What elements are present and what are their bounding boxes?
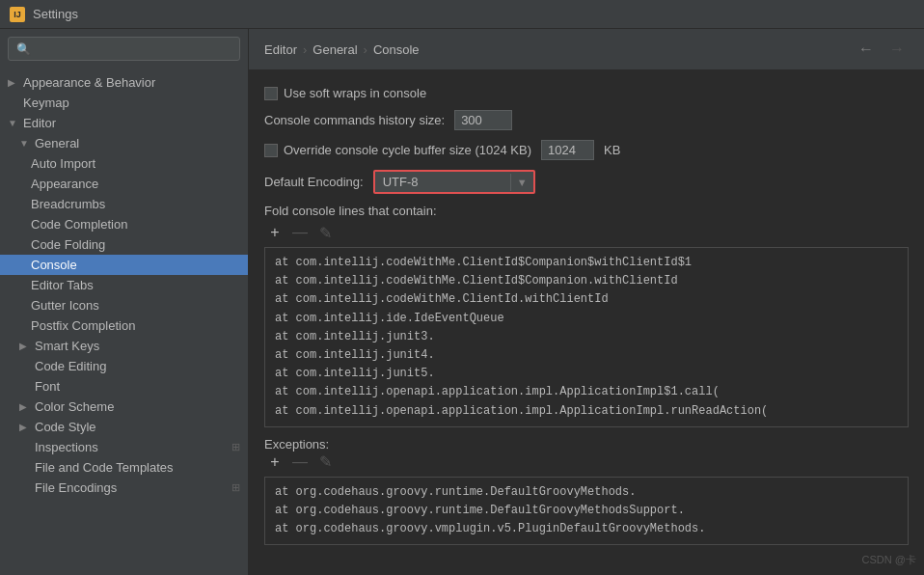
app-icon: IJ (10, 7, 25, 22)
search-input[interactable] (37, 41, 231, 56)
sidebar-item-font[interactable]: ▶ Font (0, 376, 248, 397)
exception-line-3: at org.codehaus.groovy.vmplugin.v5.Plugi… (275, 520, 898, 538)
panel-header: Editor › General › Console ← → (249, 29, 924, 70)
panel-nav: ← → (855, 39, 909, 60)
sidebar-item-editor[interactable]: ▼ Editor (0, 113, 248, 133)
fold-line-1: at com.intellij.codeWithMe.ClientId$Comp… (275, 254, 898, 272)
sidebar-item-file-encodings[interactable]: ▶ File Encodings ⊞ (0, 478, 248, 498)
exceptions-label: Exceptions: (264, 437, 909, 452)
breadcrumb-console: Console (373, 42, 420, 57)
sidebar-item-file-code-templates[interactable]: ▶ File and Code Templates (0, 457, 248, 478)
sidebar-item-gutter-icons[interactable]: Gutter Icons (0, 295, 248, 315)
breadcrumb: Editor › General › Console (264, 42, 420, 57)
sidebar-item-general[interactable]: ▼ General (0, 133, 248, 153)
fold-line-8: at com.intellij.openapi.application.impl… (275, 383, 898, 401)
fold-add-button[interactable]: + (264, 222, 285, 243)
forward-button[interactable]: → (885, 39, 909, 60)
window-title: Settings (33, 7, 78, 21)
sidebar-item-code-folding[interactable]: Code Folding (0, 234, 248, 255)
sidebar-item-breadcrumbs[interactable]: Breadcrumbs (0, 194, 248, 214)
encoding-dropdown-arrow[interactable]: ▼ (510, 174, 533, 191)
fold-line-7: at com.intellij.junit5. (275, 365, 898, 383)
fold-line-4: at com.intellij.ide.IdeEventQueue (275, 310, 898, 328)
right-panel: Editor › General › Console ← → Use s (249, 29, 924, 575)
exceptions-edit-button[interactable]: ✎ (314, 452, 336, 473)
sidebar-item-keymap[interactable]: ▶ Keymap (0, 93, 248, 113)
exceptions-btn-row: + — ✎ (264, 452, 909, 473)
fold-edit-button[interactable]: ✎ (314, 222, 336, 243)
breadcrumb-general: General (313, 42, 357, 57)
override-buffer-label[interactable]: Override console cycle buffer size (1024… (264, 143, 531, 157)
chevron-icon: ▼ (8, 118, 19, 128)
history-input[interactable] (454, 110, 512, 130)
fold-line-9: at com.intellij.openapi.application.impl… (275, 402, 898, 421)
sidebar-item-code-style[interactable]: ▶ Code Style (0, 417, 248, 437)
chevron-icon: ▶ (19, 422, 31, 432)
breadcrumb-sep-1: › (303, 42, 307, 57)
settings-window: IJ Settings 🔍 ▶ Appearance & Behavior ▶ (0, 0, 924, 575)
exceptions-add-button[interactable]: + (264, 452, 285, 473)
sidebar-item-code-editing[interactable]: ▶ Code Editing (0, 356, 248, 376)
main-content: 🔍 ▶ Appearance & Behavior ▶ Keymap ▼ (0, 29, 924, 575)
sidebar-item-color-scheme[interactable]: ▶ Color Scheme (0, 397, 248, 417)
breadcrumb-sep-2: › (364, 42, 367, 57)
sidebar-item-postfix-completion[interactable]: Postfix Completion (0, 315, 248, 336)
encoding-row: Default Encoding: UTF-8 ISO-8859-1 US-AS… (264, 170, 909, 194)
search-box[interactable]: 🔍 (8, 37, 240, 61)
sidebar-item-auto-import[interactable]: Auto Import (0, 153, 248, 174)
history-size-row: Console commands history size: (264, 110, 909, 130)
chevron-icon: ▶ (8, 77, 19, 88)
soft-wraps-row: Use soft wraps in console (264, 86, 909, 100)
sidebar-item-appearance[interactable]: Appearance (0, 174, 248, 194)
soft-wraps-label[interactable]: Use soft wraps in console (264, 86, 426, 100)
buffer-input[interactable] (541, 140, 594, 160)
soft-wraps-checkbox[interactable] (264, 87, 278, 100)
panel-body: Use soft wraps in console Console comman… (249, 70, 924, 575)
exceptions-lines-list: at org.codehaus.groovy.runtime.DefaultGr… (264, 477, 909, 546)
fold-label: Fold console lines that contain: (264, 204, 909, 218)
breadcrumb-editor: Editor (264, 42, 297, 57)
sidebar-item-console[interactable]: Console (0, 255, 248, 275)
fold-line-5: at com.intellij.junit3. (275, 328, 898, 346)
sidebar-item-editor-tabs[interactable]: Editor Tabs (0, 275, 248, 295)
exceptions-remove-button[interactable]: — (289, 452, 311, 473)
sidebar-item-inspections[interactable]: ▶ Inspections ⊞ (0, 437, 248, 457)
chevron-icon: ▶ (19, 401, 31, 412)
override-buffer-checkbox[interactable] (264, 144, 278, 157)
chevron-icon: ▶ (19, 341, 31, 351)
encoding-select-wrapper: UTF-8 ISO-8859-1 US-ASCII UTF-16 ▼ (373, 170, 535, 194)
fold-lines-list: at com.intellij.codeWithMe.ClientId$Comp… (264, 247, 909, 427)
file-encodings-icon: ⊞ (231, 481, 240, 494)
sidebar-item-code-completion[interactable]: Code Completion (0, 214, 248, 234)
back-button[interactable]: ← (855, 39, 878, 60)
fold-remove-button[interactable]: — (289, 222, 311, 243)
search-icon: 🔍 (16, 42, 31, 56)
chevron-icon: ▼ (19, 138, 31, 149)
titlebar: IJ Settings (0, 0, 924, 29)
sidebar: 🔍 ▶ Appearance & Behavior ▶ Keymap ▼ (0, 29, 249, 575)
exception-line-2: at org.codehaus.groovy.runtime.DefaultGr… (275, 502, 898, 520)
fold-section: Fold console lines that contain: + — ✎ a… (264, 204, 909, 427)
exception-line-1: at org.codehaus.groovy.runtime.DefaultGr… (275, 483, 898, 502)
encoding-select[interactable]: UTF-8 ISO-8859-1 US-ASCII UTF-16 (375, 172, 510, 192)
fold-btn-row: + — ✎ (264, 222, 909, 243)
kb-unit-label: KB (604, 143, 620, 157)
history-label: Console commands history size: (264, 113, 445, 127)
sidebar-item-appearance-behavior[interactable]: ▶ Appearance & Behavior (0, 72, 248, 93)
fold-line-3: at com.intellij.codeWithMe.ClientId.with… (275, 290, 898, 309)
encoding-label: Default Encoding: (264, 175, 364, 189)
inspections-icon: ⊞ (231, 441, 240, 453)
override-buffer-row: Override console cycle buffer size (1024… (264, 140, 909, 160)
fold-line-2: at com.intellij.codeWithMe.ClientId$Comp… (275, 272, 898, 290)
watermark: CSDN @卡 (862, 553, 916, 567)
exceptions-section: Exceptions: + — ✎ at org.codehaus.groovy… (264, 437, 909, 546)
sidebar-item-smart-keys[interactable]: ▶ Smart Keys (0, 336, 248, 356)
fold-line-6: at com.intellij.junit4. (275, 346, 898, 365)
sidebar-tree: ▶ Appearance & Behavior ▶ Keymap ▼ Edito… (0, 68, 248, 575)
